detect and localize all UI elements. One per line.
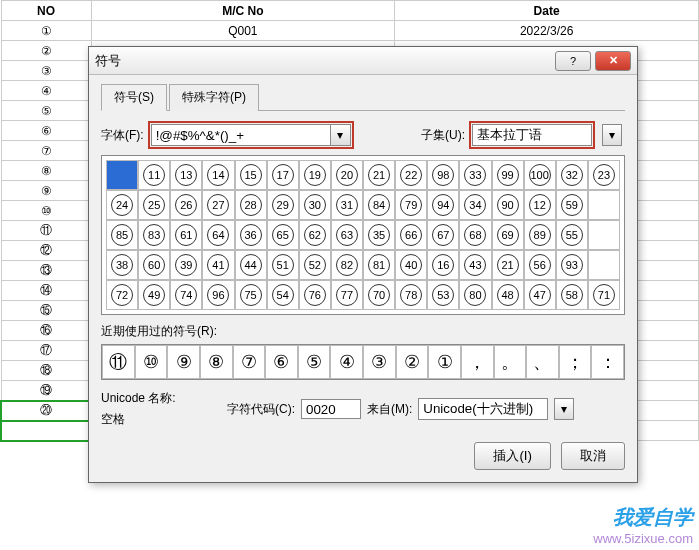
char-cell[interactable]: 64 — [202, 220, 234, 250]
recent-char-cell[interactable]: ⑥ — [265, 345, 298, 379]
char-cell[interactable]: 12 — [524, 190, 556, 220]
charcode-input[interactable] — [301, 399, 361, 419]
cell[interactable]: ① — [1, 21, 91, 41]
char-cell[interactable]: 38 — [106, 250, 138, 280]
dialog-titlebar[interactable]: 符号 ? ✕ — [89, 47, 637, 75]
char-cell[interactable]: 19 — [299, 160, 331, 190]
recent-char-cell[interactable]: ④ — [330, 345, 363, 379]
cell[interactable]: ⑬ — [1, 261, 91, 281]
help-button[interactable]: ? — [555, 51, 591, 71]
from-dropdown-button[interactable]: ▾ — [554, 398, 574, 420]
char-cell[interactable]: 28 — [235, 190, 267, 220]
subset-dropdown-button[interactable]: ▾ — [602, 124, 622, 146]
char-cell[interactable]: 96 — [202, 280, 234, 310]
char-cell[interactable]: 29 — [267, 190, 299, 220]
char-cell[interactable]: 58 — [556, 280, 588, 310]
char-cell[interactable]: 36 — [235, 220, 267, 250]
cell[interactable]: ⑪ — [1, 221, 91, 241]
cell[interactable]: ③ — [1, 61, 91, 81]
char-cell[interactable]: 69 — [492, 220, 524, 250]
cell[interactable]: ⑦ — [1, 141, 91, 161]
char-cell[interactable]: 100 — [524, 160, 556, 190]
recent-char-cell[interactable]: ⑩ — [135, 345, 168, 379]
cell[interactable]: 2022/3/26 — [395, 21, 699, 41]
char-cell[interactable]: 34 — [459, 190, 491, 220]
char-cell[interactable] — [588, 220, 620, 250]
recent-char-cell[interactable]: ⑨ — [167, 345, 200, 379]
char-cell[interactable]: 67 — [427, 220, 459, 250]
char-cell[interactable]: 16 — [427, 250, 459, 280]
char-cell[interactable]: 74 — [170, 280, 202, 310]
char-cell[interactable]: 77 — [331, 280, 363, 310]
char-cell[interactable]: 51 — [267, 250, 299, 280]
cell[interactable]: ⑰ — [1, 341, 91, 361]
char-cell[interactable]: 61 — [170, 220, 202, 250]
char-cell[interactable]: 17 — [267, 160, 299, 190]
char-cell[interactable] — [588, 250, 620, 280]
char-cell[interactable]: 78 — [395, 280, 427, 310]
char-cell[interactable]: 55 — [556, 220, 588, 250]
char-cell[interactable]: 71 — [588, 280, 620, 310]
char-cell[interactable]: 93 — [556, 250, 588, 280]
char-cell[interactable]: 59 — [556, 190, 588, 220]
char-cell[interactable]: 44 — [235, 250, 267, 280]
char-cell[interactable]: 31 — [331, 190, 363, 220]
char-cell[interactable]: 62 — [299, 220, 331, 250]
char-cell[interactable]: 72 — [106, 280, 138, 310]
recent-char-cell[interactable]: ③ — [363, 345, 396, 379]
char-cell[interactable]: 15 — [235, 160, 267, 190]
char-cell[interactable]: 79 — [395, 190, 427, 220]
char-cell[interactable]: 47 — [524, 280, 556, 310]
recent-char-cell[interactable]: ： — [591, 345, 624, 379]
cell[interactable]: ⑲ — [1, 381, 91, 401]
char-cell[interactable]: 76 — [299, 280, 331, 310]
char-cell[interactable]: 60 — [138, 250, 170, 280]
recent-char-cell[interactable]: ① — [428, 345, 461, 379]
tab-special[interactable]: 特殊字符(P) — [169, 84, 259, 111]
char-cell[interactable]: 99 — [492, 160, 524, 190]
char-cell[interactable]: 68 — [459, 220, 491, 250]
recent-char-cell[interactable]: ⑧ — [200, 345, 233, 379]
char-cell[interactable]: 26 — [170, 190, 202, 220]
char-cell[interactable]: 94 — [427, 190, 459, 220]
cell[interactable]: ⑤ — [1, 101, 91, 121]
char-cell[interactable]: 75 — [235, 280, 267, 310]
char-cell[interactable]: 82 — [331, 250, 363, 280]
char-cell[interactable]: 90 — [492, 190, 524, 220]
recent-char-cell[interactable]: ； — [559, 345, 592, 379]
cell[interactable]: ⑥ — [1, 121, 91, 141]
column-header[interactable]: M/C No — [91, 1, 395, 21]
char-cell[interactable]: 53 — [427, 280, 459, 310]
from-select[interactable] — [418, 398, 548, 420]
char-cell[interactable]: 41 — [202, 250, 234, 280]
char-cell[interactable]: 23 — [588, 160, 620, 190]
char-cell[interactable]: 25 — [138, 190, 170, 220]
char-cell[interactable]: 70 — [363, 280, 395, 310]
char-cell[interactable]: 13 — [170, 160, 202, 190]
cell[interactable]: ⑱ — [1, 361, 91, 381]
char-cell[interactable]: 89 — [524, 220, 556, 250]
char-cell[interactable]: 54 — [267, 280, 299, 310]
insert-button[interactable]: 插入(I) — [474, 442, 551, 470]
char-cell[interactable]: 30 — [299, 190, 331, 220]
cell[interactable]: ④ — [1, 81, 91, 101]
recent-char-cell[interactable]: ⑪ — [102, 345, 135, 379]
tab-symbols[interactable]: 符号(S) — [101, 84, 167, 111]
cell[interactable]: ⑨ — [1, 181, 91, 201]
char-cell[interactable]: 14 — [202, 160, 234, 190]
font-select[interactable] — [151, 124, 331, 146]
char-cell[interactable]: 66 — [395, 220, 427, 250]
char-cell[interactable]: 48 — [492, 280, 524, 310]
recent-char-cell[interactable]: ⑦ — [233, 345, 266, 379]
recent-char-cell[interactable]: 、 — [526, 345, 559, 379]
cell[interactable]: ⑮ — [1, 301, 91, 321]
char-cell[interactable]: 83 — [138, 220, 170, 250]
cell[interactable]: ⑭ — [1, 281, 91, 301]
char-cell[interactable]: 32 — [556, 160, 588, 190]
char-cell[interactable]: 24 — [106, 190, 138, 220]
char-cell[interactable] — [588, 190, 620, 220]
char-cell[interactable]: 21 — [492, 250, 524, 280]
char-cell[interactable]: 39 — [170, 250, 202, 280]
cell[interactable]: ⑧ — [1, 161, 91, 181]
cell[interactable]: ② — [1, 41, 91, 61]
